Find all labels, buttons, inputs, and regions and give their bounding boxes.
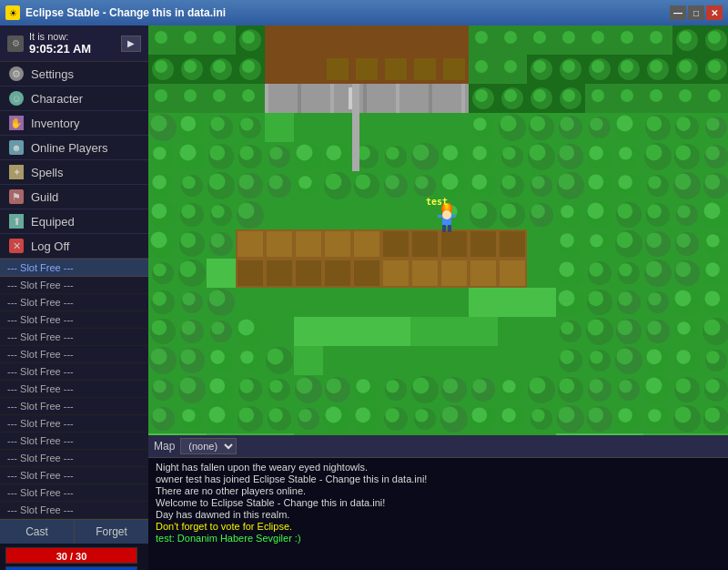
app-icon: ☀: [5, 5, 20, 20]
spell-list-header: --- Slot Free ---: [0, 260, 148, 277]
window-title: Eclipse Stable - Change this in data.ini: [25, 6, 226, 19]
inventory-label: Inventory: [31, 117, 79, 130]
settings-icon: ⚙: [9, 66, 24, 81]
mp-bar-bg: 30 / 30: [5, 566, 137, 570]
cast-button[interactable]: Cast: [0, 520, 75, 544]
online-label: Online Players: [31, 141, 108, 155]
equip-icon: ⬆: [9, 214, 24, 229]
chat-line: test: Donanim Habere Sevgiler :): [156, 533, 721, 544]
spell-list-item[interactable]: --- Slot Free ---: [0, 484, 148, 502]
maximize-button[interactable]: □: [688, 5, 704, 20]
logoff-label: Log Off: [31, 239, 69, 253]
main-layout: ⚙ It is now: 9:05:21 AM ▶ ⚙Settings☺Char…: [0, 25, 728, 570]
forget-button[interactable]: Forget: [75, 520, 148, 544]
guild-label: Guild: [31, 190, 58, 204]
clock-info: It is now: 9:05:21 AM: [29, 31, 91, 56]
menu-item-guild[interactable]: ⚑Guild: [0, 185, 148, 209]
player-sprite: [436, 203, 458, 236]
right-area: test: [148, 25, 728, 570]
spell-list-item[interactable]: --- Slot Free ---: [0, 311, 148, 329]
clock-expand-button[interactable]: ▶: [121, 36, 141, 52]
map-select[interactable]: (none)Map 1Map 2: [180, 438, 237, 454]
bottom-right-panel: Map (none)Map 1Map 2 Night has fallen up…: [148, 435, 728, 570]
menu-item-equip[interactable]: ⬆Equiped: [0, 209, 148, 234]
spell-list-item[interactable]: --- Slot Free ---: [0, 381, 148, 398]
spell-list-item[interactable]: --- Slot Free ---: [0, 398, 148, 415]
character-icon: ☺: [9, 91, 24, 106]
equip-label: Equiped: [31, 215, 75, 229]
spells-label: Spells: [31, 166, 63, 179]
title-bar: ☀ Eclipse Stable - Change this in data.i…: [0, 0, 728, 25]
chat-line: There are no other players online.: [156, 485, 721, 496]
spell-list-container[interactable]: --- Slot Free ------ Slot Free ------ Sl…: [0, 277, 148, 519]
spell-list-item[interactable]: --- Slot Free ---: [0, 329, 148, 346]
chat-line: Night has fallen upon the weary eyed nig…: [156, 462, 721, 473]
spell-list-item[interactable]: --- Slot Free ---: [0, 415, 148, 433]
cast-forget-area: Cast Forget: [0, 519, 148, 544]
game-canvas[interactable]: test: [148, 25, 728, 435]
chat-line: Don't forget to vote for Eclipse.: [156, 521, 721, 532]
menu-item-inventory[interactable]: ✋Inventory: [0, 111, 148, 136]
spell-list-item[interactable]: --- Slot Free ---: [0, 277, 148, 294]
minimize-button[interactable]: —: [670, 5, 686, 20]
hp-label: 30 / 30: [6, 548, 136, 565]
spells-icon: ✦: [9, 165, 24, 179]
guild-icon: ⚑: [9, 189, 24, 204]
svg-point-4: [442, 210, 451, 219]
clock-time: 9:05:21 AM: [29, 42, 91, 56]
clock-icon: ⚙: [7, 36, 24, 52]
clock-area: ⚙ It is now: 9:05:21 AM ▶: [0, 25, 148, 62]
mp-bar-row: 30 / 30: [5, 566, 143, 570]
settings-label: Settings: [31, 67, 74, 81]
map-label: Map: [154, 440, 175, 453]
spell-list-item[interactable]: --- Slot Free ---: [0, 433, 148, 450]
menu-item-logoff[interactable]: ✕Log Off: [0, 234, 148, 259]
spell-list-item[interactable]: --- Slot Free ---: [0, 450, 148, 467]
chat-line: Day has dawned in this realm.: [156, 509, 721, 520]
clock-label: It is now:: [29, 31, 91, 42]
menu-item-settings[interactable]: ⚙Settings: [0, 62, 148, 87]
menu-item-spells[interactable]: ✦Spells: [0, 160, 148, 185]
svg-rect-7: [438, 215, 442, 218]
menu-item-character[interactable]: ☺Character: [0, 87, 148, 111]
player-label: test: [426, 197, 448, 207]
menu-items: ⚙Settings☺Character✋Inventory☻Online Pla…: [0, 62, 148, 259]
logoff-icon: ✕: [9, 239, 24, 253]
spell-list-area: --- Slot Free --- --- Slot Free ------ S…: [0, 259, 148, 519]
menu-item-online[interactable]: ☻Online Players: [0, 136, 148, 160]
online-icon: ☻: [9, 140, 24, 155]
spell-list-item[interactable]: --- Slot Free ---: [0, 294, 148, 311]
stat-bars: 30 / 30 30 / 30 25 / 50: [0, 544, 148, 570]
hp-bar-row: 30 / 30: [5, 547, 143, 564]
spell-list-item[interactable]: --- Slot Free ---: [0, 346, 148, 363]
chat-line: Welcome to Eclipse Stable - Change this …: [156, 497, 721, 508]
hp-bar-bg: 30 / 30: [5, 547, 137, 564]
title-bar-left: ☀ Eclipse Stable - Change this in data.i…: [5, 5, 226, 20]
svg-rect-8: [451, 215, 456, 218]
character-label: Character: [31, 92, 83, 106]
window-controls: — □ ✕: [670, 5, 723, 20]
spell-list-item[interactable]: --- Slot Free ---: [0, 467, 148, 484]
inventory-icon: ✋: [9, 116, 24, 130]
map-bar: Map (none)Map 1Map 2: [148, 435, 728, 458]
svg-rect-5: [442, 225, 446, 232]
left-panel: ⚙ It is now: 9:05:21 AM ▶ ⚙Settings☺Char…: [0, 25, 148, 570]
close-button[interactable]: ✕: [706, 5, 723, 20]
chat-line: owner test has joined Eclipse Stable - C…: [156, 473, 721, 484]
spell-list-item[interactable]: --- Slot Free ---: [0, 502, 148, 519]
chat-area[interactable]: Night has fallen upon the weary eyed nig…: [148, 458, 728, 570]
svg-rect-6: [448, 225, 451, 232]
spell-list-item[interactable]: --- Slot Free ---: [0, 363, 148, 381]
